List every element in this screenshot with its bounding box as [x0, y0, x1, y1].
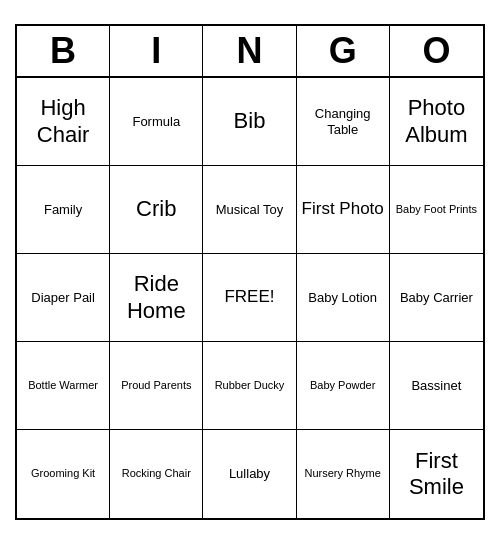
bingo-cell[interactable]: Baby Carrier [390, 254, 483, 342]
bingo-cell[interactable]: Lullaby [203, 430, 296, 518]
bingo-cell[interactable]: Rocking Chair [110, 430, 203, 518]
bingo-cell[interactable]: Nursery Rhyme [297, 430, 390, 518]
bingo-header: B I N G O [17, 26, 483, 78]
bingo-cell[interactable]: First Smile [390, 430, 483, 518]
bingo-cell[interactable]: High Chair [17, 78, 110, 166]
bingo-grid: High ChairFormulaBibChanging TablePhoto … [17, 78, 483, 518]
bingo-cell[interactable]: Ride Home [110, 254, 203, 342]
bingo-cell[interactable]: Musical Toy [203, 166, 296, 254]
bingo-cell[interactable]: Crib [110, 166, 203, 254]
bingo-cell[interactable]: FREE! [203, 254, 296, 342]
header-o: O [390, 26, 483, 76]
bingo-cell[interactable]: Formula [110, 78, 203, 166]
bingo-cell[interactable]: Changing Table [297, 78, 390, 166]
bingo-cell[interactable]: Photo Album [390, 78, 483, 166]
bingo-cell[interactable]: First Photo [297, 166, 390, 254]
bingo-card: B I N G O High ChairFormulaBibChanging T… [15, 24, 485, 520]
header-g: G [297, 26, 390, 76]
bingo-cell[interactable]: Bib [203, 78, 296, 166]
bingo-cell[interactable]: Bassinet [390, 342, 483, 430]
bingo-cell[interactable]: Proud Parents [110, 342, 203, 430]
header-n: N [203, 26, 296, 76]
bingo-cell[interactable]: Rubber Ducky [203, 342, 296, 430]
header-b: B [17, 26, 110, 76]
bingo-cell[interactable]: Family [17, 166, 110, 254]
bingo-cell[interactable]: Baby Lotion [297, 254, 390, 342]
bingo-cell[interactable]: Baby Foot Prints [390, 166, 483, 254]
bingo-cell[interactable]: Diaper Pail [17, 254, 110, 342]
bingo-cell[interactable]: Baby Powder [297, 342, 390, 430]
bingo-cell[interactable]: Bottle Warmer [17, 342, 110, 430]
header-i: I [110, 26, 203, 76]
bingo-cell[interactable]: Grooming Kit [17, 430, 110, 518]
